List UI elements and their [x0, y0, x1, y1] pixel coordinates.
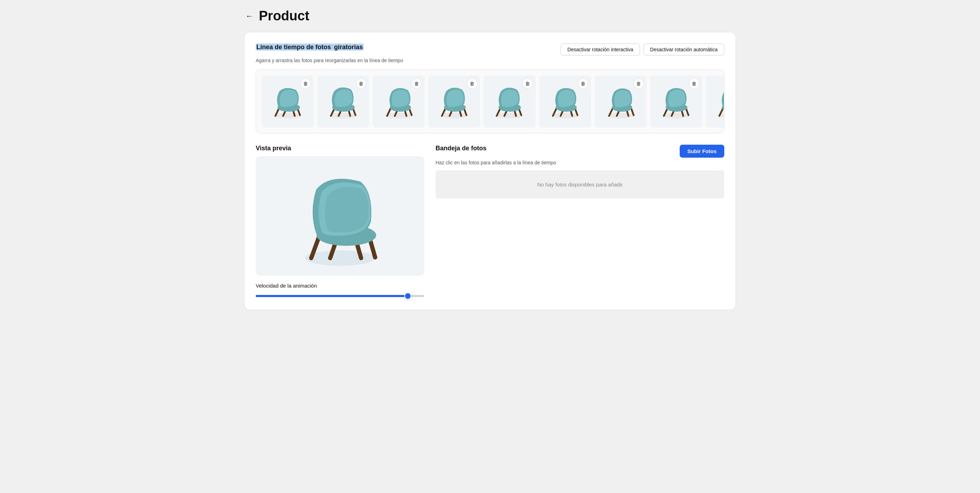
svg-point-36 — [607, 113, 634, 118]
timeline-buttons: Desactivar rotación interactiva Desactiv… — [561, 43, 724, 56]
chair-image-7 — [601, 82, 640, 121]
speed-slider-container — [256, 292, 424, 299]
svg-point-12 — [385, 113, 412, 118]
delete-photo-5-btn[interactable]: 🗑 — [522, 78, 533, 89]
page-header: ← Product — [244, 8, 736, 24]
chair-image-8 — [657, 82, 695, 121]
chair-image-5 — [490, 82, 529, 121]
delete-photo-2-btn[interactable]: 🗑 — [356, 78, 366, 89]
timeline-photo-2[interactable]: 🗑 — [317, 75, 369, 127]
timeline-subtitle: Agarra y arrastra las fotos para reorgan… — [256, 57, 724, 63]
tray-header: Bandeja de fotos Subir Fotos — [436, 145, 724, 157]
tray-panel: Bandeja de fotos Subir Fotos Haz clic en… — [436, 145, 724, 299]
timeline-title: Línea de tiempo de fotos giratorias — [256, 43, 364, 51]
upload-photos-btn[interactable]: Subir Fotos — [680, 145, 724, 157]
chair-image-6 — [546, 82, 584, 121]
preview-chair-image — [294, 163, 386, 269]
deactivate-interactive-btn[interactable]: Desactivar rotación interactiva — [561, 43, 640, 56]
delete-photo-8-btn[interactable]: 🗑 — [689, 78, 699, 89]
timeline-title-prefix: Línea de tiempo de fotos — [256, 43, 333, 51]
tray-title: Bandeja de fotos — [436, 145, 487, 152]
timeline-photo-1[interactable]: 🗑 — [262, 75, 314, 127]
speed-slider[interactable] — [256, 295, 424, 297]
svg-point-30 — [552, 113, 579, 118]
timeline-title-highlight: giratorias — [333, 43, 364, 51]
tray-empty-message: No hay fotos disponibles para añadir — [436, 170, 724, 199]
preview-box — [256, 156, 424, 276]
chair-image-4 — [435, 82, 474, 121]
timeline-photo-7[interactable]: 🗑 — [595, 75, 647, 127]
chair-image-9 — [712, 82, 724, 121]
timeline-photo-9[interactable]: 🗑 — [706, 75, 724, 127]
delete-photo-3-btn[interactable]: 🗑 — [411, 78, 422, 89]
timeline-photo-8[interactable]: 🗑 — [650, 75, 702, 127]
delete-photo-1-btn[interactable]: 🗑 — [300, 78, 311, 89]
timeline-scroll[interactable]: 🗑 🗑 — [256, 70, 724, 134]
timeline-photo-5[interactable]: 🗑 — [484, 75, 536, 127]
deactivate-automatic-btn[interactable]: Desactivar rotación automática — [643, 43, 724, 56]
delete-photo-6-btn[interactable]: 🗑 — [578, 78, 589, 89]
svg-point-18 — [441, 113, 468, 118]
animation-speed-label: Velocidad de la animación — [256, 283, 424, 289]
back-button[interactable]: ← — [244, 10, 255, 22]
tray-title-block: Bandeja de fotos — [436, 145, 487, 152]
bottom-section: Vista previa — [256, 145, 724, 299]
timeline-header: Línea de tiempo de fotos giratorias Desa… — [256, 43, 724, 56]
timeline-photo-3[interactable]: 🗑 — [373, 75, 425, 127]
preview-title: Vista previa — [256, 145, 424, 152]
chair-image-2 — [324, 82, 363, 121]
chair-image-1 — [268, 82, 307, 121]
delete-photo-7-btn[interactable]: 🗑 — [633, 78, 644, 89]
preview-panel: Vista previa — [256, 145, 424, 299]
timeline-photo-6[interactable]: 🗑 — [539, 75, 591, 127]
timeline-title-block: Línea de tiempo de fotos giratorias — [256, 43, 364, 51]
svg-point-24 — [496, 113, 523, 118]
svg-point-0 — [274, 113, 301, 118]
main-card: Línea de tiempo de fotos giratorias Desa… — [244, 32, 736, 310]
svg-point-42 — [663, 113, 689, 118]
tray-subtitle: Haz clic en las fotos para añadirlas a l… — [436, 160, 724, 165]
chair-image-3 — [379, 82, 418, 121]
svg-point-6 — [330, 113, 356, 118]
delete-photo-4-btn[interactable]: 🗑 — [467, 78, 477, 89]
page-title: Product — [259, 8, 309, 24]
timeline-photo-4[interactable]: 🗑 — [428, 75, 480, 127]
page-container: ← Product Línea de tiempo de fotos girat… — [244, 8, 736, 310]
